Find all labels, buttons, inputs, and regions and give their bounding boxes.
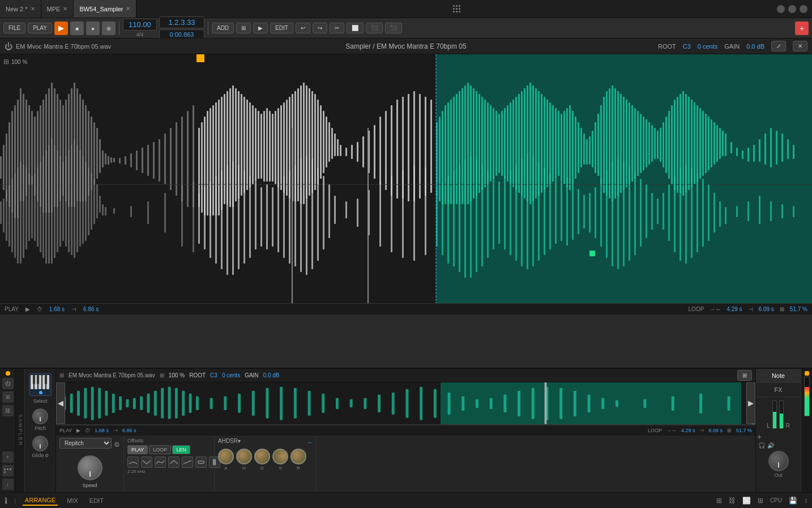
cents-value[interactable]: 0 cents	[698, 43, 717, 50]
plus-icon[interactable]: +	[756, 431, 801, 442]
repitch-settings-icon[interactable]: ⚙	[114, 441, 120, 449]
info-icon[interactable]: ℹ	[5, 496, 7, 505]
mixer-button[interactable]: ⊞	[236, 23, 251, 33]
mini-waveform-status: PLAY ▶ ⏱ 1.68 s ⊣ 6.86 s LOOP →↔ 4.29 s …	[56, 425, 755, 436]
transport-play-button[interactable]: ▶	[54, 21, 68, 35]
svg-rect-442	[728, 396, 730, 411]
dots-sidebar-icon[interactable]	[2, 465, 14, 476]
bottom-save-icon[interactable]: 💾	[789, 497, 797, 505]
mix-nav-btn[interactable]: MIX	[65, 496, 80, 505]
transport-stop-button[interactable]: ■	[70, 21, 84, 35]
ahdsr-arrow-icon[interactable]: →	[306, 439, 313, 446]
redo-button[interactable]: ↪	[313, 23, 327, 33]
tab-new2[interactable]: New 2 * ✕	[0, 0, 41, 18]
bottom-icon-4[interactable]: ⊞	[758, 497, 763, 505]
grid-sidebar-icon[interactable]: ⊞	[2, 391, 14, 403]
tab-new2-close[interactable]: ✕	[31, 6, 35, 12]
play-icon: ▶	[58, 24, 64, 32]
note-tab[interactable]: Note	[756, 369, 801, 383]
bottom-icon-2[interactable]: ⛓	[729, 497, 736, 505]
close-sampler-button[interactable]: ✕	[793, 41, 807, 51]
waveform-scroll-left[interactable]: ◀	[56, 382, 65, 424]
svg-rect-227	[742, 150, 743, 159]
svg-rect-0	[0, 156, 2, 179]
svg-rect-173	[580, 128, 582, 167]
shape-btn-3[interactable]	[155, 457, 166, 468]
shape-btn-5[interactable]	[182, 457, 193, 468]
arm-button[interactable]: ⊕	[102, 21, 116, 35]
tab-mpe[interactable]: MPE ✕	[41, 0, 74, 18]
bottom-panel: ⏻ ⊞ ⛓ + ↕ SAMPLER	[0, 368, 812, 492]
paste2-button[interactable]: ⬛	[385, 23, 402, 33]
chain-sidebar-icon[interactable]: ⛓	[2, 405, 14, 416]
hold-knob[interactable]	[236, 449, 252, 464]
fx-tab[interactable]: FX	[756, 383, 801, 397]
paste-button[interactable]: ⬛	[366, 23, 383, 33]
tab-mpe-close[interactable]: ✕	[63, 6, 67, 12]
gain-value[interactable]: 0.0 dB	[746, 43, 764, 50]
stop-icon: ■	[75, 25, 79, 32]
sustain-knob[interactable]	[270, 446, 291, 467]
decay-knob[interactable]	[254, 449, 270, 464]
svg-rect-80	[269, 111, 271, 182]
sample-options-button[interactable]: ⊞	[737, 370, 752, 381]
mini-loop-arrow: →↔	[666, 428, 677, 433]
glide-knob[interactable]	[32, 436, 48, 451]
cut-button[interactable]: ✂	[330, 23, 344, 33]
add-track-button[interactable]: +	[795, 21, 809, 35]
bottom-arrow-icon[interactable]: ↕	[804, 497, 807, 505]
transport-record-button[interactable]: ●	[86, 21, 100, 35]
shape-btn-4[interactable]	[168, 457, 180, 468]
release-knob[interactable]	[290, 449, 306, 464]
shape-btn-2[interactable]	[141, 457, 152, 468]
tab-sampler[interactable]: BW54_Sampler ✕	[74, 0, 136, 18]
pitch-knob[interactable]	[32, 408, 48, 424]
ahdsr-label[interactable]: AHDSR▾	[218, 438, 241, 444]
out-knob[interactable]	[768, 451, 789, 471]
edit-nav-btn[interactable]: EDIT	[87, 496, 106, 505]
file-button[interactable]: FILE	[3, 23, 25, 33]
add-button[interactable]: ADD	[212, 23, 234, 33]
svg-rect-137	[478, 94, 480, 193]
sep1: |	[14, 497, 16, 504]
resize-button[interactable]: ⤢	[771, 41, 786, 51]
svg-rect-203	[665, 117, 667, 173]
mini-waveform[interactable]: ◀ ▶	[56, 382, 755, 425]
undo-button[interactable]: ↩	[296, 23, 310, 33]
repitch-select[interactable]: Repitch Time Stretch	[59, 438, 112, 449]
copy-button[interactable]: ⬜	[347, 23, 364, 33]
bottom-icon-1[interactable]: ⊞	[716, 497, 722, 505]
power-sidebar-icon[interactable]: ⏻	[2, 378, 14, 389]
shape-btn-1[interactable]	[127, 457, 139, 468]
svg-rect-297	[283, 176, 285, 258]
svg-rect-34	[96, 128, 98, 179]
edit-button[interactable]: EDIT	[270, 23, 293, 33]
len-mode-btn[interactable]: LEN	[172, 445, 190, 454]
tab-sampler-close[interactable]: ✕	[126, 6, 130, 12]
position-bars[interactable]: 1.2.3.33	[159, 16, 204, 28]
loop-mode-btn[interactable]: LOOP	[149, 445, 171, 454]
close-btn[interactable]	[800, 5, 807, 13]
maximize-btn[interactable]	[788, 5, 796, 13]
svg-rect-219	[711, 119, 712, 167]
minimize-btn[interactable]	[777, 5, 785, 13]
svg-rect-295	[272, 187, 273, 247]
bottom-icon-3[interactable]: ⬜	[742, 497, 751, 505]
plus-sidebar-icon[interactable]: +	[2, 451, 14, 463]
arrange-nav-btn[interactable]: ARRANGE	[23, 496, 58, 506]
play-mode-btn[interactable]: PLAY	[127, 445, 148, 454]
power-icon[interactable]: ⏻	[5, 42, 12, 51]
shape-btn-6[interactable]	[195, 457, 207, 468]
svg-rect-282	[198, 193, 200, 244]
transport-button2[interactable]: ▶	[253, 23, 268, 33]
play-mode-button[interactable]: PLAY	[28, 23, 52, 33]
arrow-sidebar-icon[interactable]: ↕	[2, 479, 14, 490]
root-value[interactable]: C3	[683, 43, 691, 50]
svg-rect-189	[626, 100, 627, 187]
waveform-scroll-right[interactable]: ▶	[746, 382, 755, 424]
svg-rect-270	[91, 173, 92, 230]
tempo-display[interactable]: 110.00	[123, 19, 157, 31]
speed-knob[interactable]	[78, 455, 102, 480]
attack-knob[interactable]	[218, 449, 234, 464]
waveform-display[interactable]: ⊞ 100 %	[0, 54, 812, 315]
